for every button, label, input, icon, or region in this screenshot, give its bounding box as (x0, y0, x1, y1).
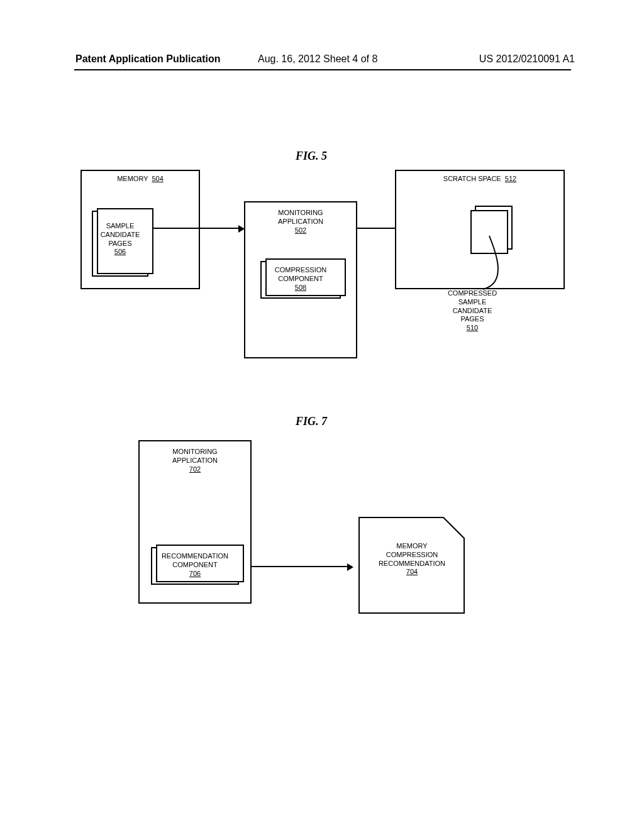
header-left: Patent Application Publication (75, 53, 221, 64)
arrow-recommendation-to-doc (252, 566, 352, 567)
monitoring7-ref: 702 (140, 465, 250, 474)
monitoring-l1: MONITORING (245, 209, 356, 218)
compression-l2: COMPONENT (262, 275, 340, 284)
doc-ref: 704 (358, 568, 465, 577)
compressed-l1: COMPRESSED (431, 289, 513, 298)
compressed-l4: PAGES (431, 315, 513, 324)
monitoring7-l2: APPLICATION (140, 456, 250, 465)
scratch-title: SCRATCH SPACE (443, 175, 501, 182)
sample-ref: 506 (93, 248, 147, 257)
sample-l1: SAMPLE (93, 222, 147, 231)
memory-title: MEMORY (117, 175, 148, 182)
header-date: Aug. 16, 2012 Sheet 4 of 8 (258, 53, 377, 65)
compression-ref: 508 (262, 284, 340, 292)
recommendation-component-box: RECOMMENDATION COMPONENT 706 (151, 547, 239, 585)
recommendation-ref: 706 (152, 570, 238, 578)
header-right: US 2012/0210091 A1 (479, 53, 575, 65)
page-header: Patent Application Publication Aug. 16, … (75, 53, 575, 66)
scratch-ref: 512 (505, 175, 516, 182)
page: Patent Application Publication Aug. 16, … (0, 0, 644, 830)
doc-l1: MEMORY (358, 542, 465, 551)
recommendation-l1: RECOMMENDATION (152, 552, 238, 561)
document-label: MEMORY COMPRESSION RECOMMENDATION 704 (358, 542, 465, 577)
recommendation-l2: COMPONENT (152, 561, 238, 570)
memory-ref: 504 (152, 175, 163, 182)
fig7-caption: FIG. 7 (296, 415, 327, 428)
doc-l3: RECOMMENDATION (358, 560, 465, 568)
header-rule (74, 69, 571, 70)
compressed-l2: SAMPLE (431, 298, 513, 307)
fig5-diagram: MEMORY 504 SAMPLE CANDIDATE PAGES 506 MO… (80, 170, 565, 358)
compressed-ref: 510 (431, 324, 513, 333)
doc-l2: COMPRESSION (358, 551, 465, 560)
monitoring7-l1: MONITORING (140, 448, 250, 456)
sample-l3: PAGES (93, 240, 147, 248)
compression-l1: COMPRESSION (262, 266, 340, 275)
monitoring-ref: 502 (245, 226, 356, 235)
arrow-memory-to-monitoring (152, 228, 243, 229)
sample-l2: CANDIDATE (93, 231, 147, 240)
monitoring-l2: APPLICATION (245, 218, 356, 226)
compression-component-box: COMPRESSION COMPONENT 508 (260, 261, 341, 299)
sample-pages-box: SAMPLE CANDIDATE PAGES 506 (92, 211, 148, 277)
fig7-diagram: MONITORING APPLICATION 702 RECOMMENDATIO… (138, 440, 528, 629)
compressed-pages-label: COMPRESSED SAMPLE CANDIDATE PAGES 510 (431, 289, 513, 333)
fig5-caption: FIG. 5 (296, 150, 327, 163)
compressed-pages-pointer-icon (452, 226, 527, 296)
compressed-l3: CANDIDATE (431, 307, 513, 316)
